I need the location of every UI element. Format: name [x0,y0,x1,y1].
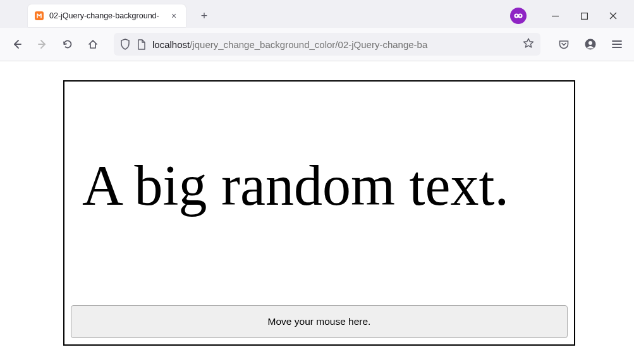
hover-target[interactable]: Move your mouse here. [71,305,568,338]
svg-point-12 [588,41,592,45]
menu-icon[interactable] [606,33,628,55]
browser-chrome: 02-jQuery-change-background- × + [0,0,634,61]
back-button[interactable] [6,33,28,55]
shield-icon [120,39,130,50]
svg-point-4 [520,15,521,17]
tab-title: 02-jQuery-change-background- [49,11,163,20]
account-icon[interactable] [580,33,601,55]
url-host: localhost [152,39,190,50]
content-box: A big random text. Move your mouse here. [63,80,575,346]
new-tab-button[interactable]: + [195,6,214,25]
favicon-icon [34,11,44,21]
close-window-button[interactable] [599,6,628,26]
profile-badge-icon[interactable] [510,8,527,24]
maximize-button[interactable] [570,6,599,26]
bookmark-star-icon[interactable] [523,37,534,51]
url-bar[interactable]: localhost/jquery_change_background_color… [114,33,540,56]
svg-point-3 [516,15,518,17]
minimize-button[interactable] [540,6,570,26]
url-text: localhost/jquery_change_background_color… [152,39,516,50]
home-button[interactable] [82,33,104,55]
toolbar: localhost/jquery_change_background_color… [0,28,634,61]
forward-button[interactable] [32,33,53,55]
browser-tab[interactable]: 02-jQuery-change-background- × [28,4,186,27]
big-heading: A big random text. [82,157,568,305]
pocket-icon[interactable] [553,33,575,55]
window-controls [510,6,629,26]
page-viewport: A big random text. Move your mouse here. [0,61,634,364]
svg-rect-6 [581,13,587,19]
url-path: /jquery_change_background_color/02-jQuer… [190,39,427,50]
tab-bar: 02-jQuery-change-background- × + [0,0,634,28]
reload-button[interactable] [57,33,78,55]
page-icon [137,39,146,50]
close-icon[interactable]: × [168,10,180,21]
toolbar-right [551,33,628,55]
